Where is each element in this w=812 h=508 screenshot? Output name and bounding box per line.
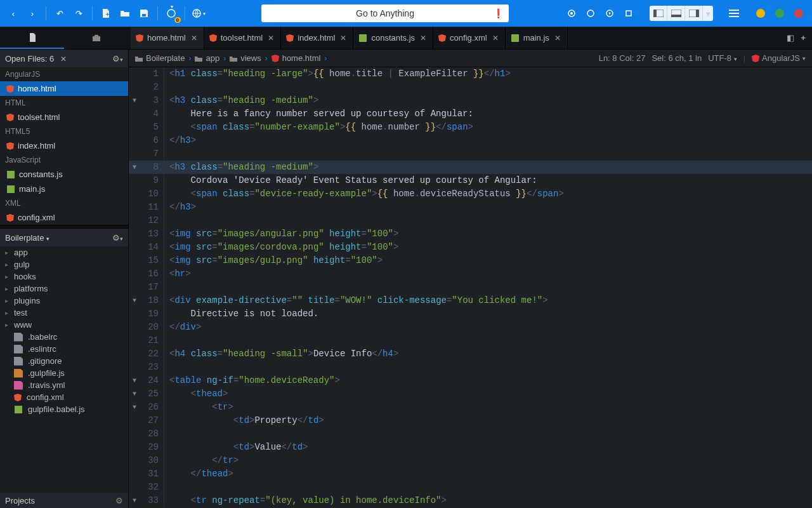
layout-bottom-button[interactable] bbox=[667, 6, 685, 21]
code-content[interactable]: </div> bbox=[164, 321, 201, 334]
open-file-item[interactable]: home.html bbox=[0, 81, 128, 96]
code-content[interactable] bbox=[164, 214, 174, 227]
code-content[interactable] bbox=[164, 334, 174, 347]
open-file-button[interactable] bbox=[117, 5, 133, 22]
breadcrumb-file[interactable]: home.html bbox=[272, 53, 321, 63]
tree-folder[interactable]: ▸www bbox=[0, 319, 128, 331]
nav-forward-button[interactable]: › bbox=[24, 5, 41, 22]
tab-close-button[interactable]: ✕ bbox=[266, 34, 275, 43]
editor-tab[interactable]: toolset.html✕ bbox=[204, 27, 281, 49]
open-files-settings-button[interactable]: ⚙▾ bbox=[112, 54, 123, 64]
open-file-item[interactable]: toolset.html bbox=[0, 110, 128, 124]
code-line[interactable]: ▼26 <tr> bbox=[129, 401, 812, 414]
code-content[interactable]: <img src="images/gulp.png" height="100"> bbox=[164, 254, 383, 267]
code-line[interactable]: 21 bbox=[129, 334, 812, 347]
open-files-close-button[interactable]: ✕ bbox=[60, 55, 67, 64]
code-content[interactable] bbox=[164, 281, 174, 294]
code-content[interactable]: </h3> bbox=[164, 201, 196, 214]
gutter[interactable]: 9 bbox=[129, 174, 164, 187]
tree-file[interactable]: .eslintrc bbox=[0, 343, 128, 355]
code-line[interactable]: 14<img src="images/cordova.png" height="… bbox=[129, 241, 812, 254]
code-content[interactable]: <img src="images/cordova.png" height="10… bbox=[164, 241, 398, 254]
code-content[interactable]: </h3> bbox=[164, 134, 196, 147]
sidebar-tab-toolbox[interactable] bbox=[64, 27, 128, 49]
code-line[interactable]: 4 Here is a fancy number served up court… bbox=[129, 107, 812, 121]
open-file-item[interactable]: main.js bbox=[0, 182, 128, 196]
gutter[interactable]: 30 bbox=[129, 454, 164, 467]
gutter[interactable]: 28 bbox=[129, 427, 164, 441]
gutter[interactable]: 1 bbox=[129, 67, 164, 81]
code-line[interactable]: 19 Directive is not loaded. bbox=[129, 307, 812, 321]
redo-button[interactable]: ↷ bbox=[70, 5, 87, 22]
code-line[interactable]: 11</h3> bbox=[129, 201, 812, 214]
projects-footer[interactable]: Projects ⚙ bbox=[0, 493, 128, 508]
nav-back-button[interactable]: ‹ bbox=[5, 5, 22, 22]
code-line[interactable]: 7 bbox=[129, 147, 812, 161]
code-line[interactable]: 16<hr> bbox=[129, 267, 812, 281]
code-content[interactable]: <td>Property</td> bbox=[164, 414, 324, 427]
stop-button[interactable] bbox=[582, 5, 599, 22]
code-content[interactable] bbox=[164, 81, 174, 94]
gutter[interactable]: 27 bbox=[129, 414, 164, 427]
code-content[interactable]: <tr ng-repeat="(key, value) in home.devi… bbox=[164, 494, 447, 507]
tree-file[interactable]: config.xml bbox=[0, 391, 128, 403]
code-content[interactable]: <td>Value</td> bbox=[164, 441, 308, 454]
code-content[interactable] bbox=[164, 427, 174, 441]
gutter[interactable]: 2 bbox=[129, 81, 164, 94]
code-content[interactable]: <h3 class="heading -medium"> bbox=[164, 94, 318, 107]
code-line[interactable]: ▼25 <thead> bbox=[129, 387, 812, 401]
tree-folder[interactable]: ▸test bbox=[0, 307, 128, 319]
gutter[interactable]: 10 bbox=[129, 187, 164, 201]
gutter[interactable]: ▼26 bbox=[129, 401, 164, 414]
code-line[interactable]: ▼3<h3 class="heading -medium"> bbox=[129, 94, 812, 107]
code-line[interactable]: 9 Cordova 'Device Ready' Event Status se… bbox=[129, 174, 812, 187]
gutter[interactable]: 31 bbox=[129, 467, 164, 481]
tree-folder[interactable]: ▸app bbox=[0, 246, 128, 258]
code-content[interactable]: <h4 class="heading -small">Device Info</… bbox=[164, 347, 398, 361]
code-line[interactable]: 5 <span class="number-example">{{ home.n… bbox=[129, 121, 812, 134]
tab-close-button[interactable]: ✕ bbox=[339, 34, 348, 43]
gutter[interactable]: 21 bbox=[129, 334, 164, 347]
gutter[interactable]: 19 bbox=[129, 307, 164, 321]
code-line[interactable]: 10 <span class="device-ready-example">{{… bbox=[129, 187, 812, 201]
code-line[interactable]: ▼24<table ng-if="home.deviceReady"> bbox=[129, 374, 812, 387]
code-line[interactable]: 15<img src="images/gulp.png" height="100… bbox=[129, 254, 812, 267]
open-file-item[interactable]: config.xml bbox=[0, 210, 128, 225]
fold-toggle[interactable]: ▼ bbox=[133, 494, 136, 507]
editor-tab[interactable]: main.js✕ bbox=[506, 27, 568, 49]
code-line[interactable]: 22<h4 class="heading -small">Device Info… bbox=[129, 347, 812, 361]
code-line[interactable]: 32 bbox=[129, 481, 812, 494]
code-line[interactable]: ▼33 <tr ng-repeat="(key, value) in home.… bbox=[129, 494, 812, 507]
fold-toggle[interactable]: ▼ bbox=[133, 374, 136, 387]
project-settings-button[interactable]: ⚙▾ bbox=[112, 233, 123, 243]
gutter[interactable]: 17 bbox=[129, 281, 164, 294]
layout-right-button[interactable] bbox=[685, 6, 703, 21]
tab-close-button[interactable]: ✕ bbox=[553, 34, 562, 43]
maximize-button[interactable] bbox=[771, 5, 788, 22]
code-content[interactable]: Here is a fancy number served up courtes… bbox=[164, 107, 473, 121]
code-content[interactable]: <tr> bbox=[164, 401, 233, 414]
code-line[interactable]: 2 bbox=[129, 81, 812, 94]
code-line[interactable]: 23 bbox=[129, 361, 812, 374]
sync-button[interactable]: 0 ▾ bbox=[163, 5, 180, 22]
new-tab-button[interactable]: + bbox=[801, 33, 806, 43]
gutter[interactable]: 22 bbox=[129, 347, 164, 361]
list-button[interactable] bbox=[620, 5, 637, 22]
code-content[interactable]: </tr> bbox=[164, 454, 239, 467]
code-line[interactable]: 31 </thead> bbox=[129, 467, 812, 481]
code-content[interactable]: <h1 class="heading -large">{{ home.title… bbox=[164, 67, 511, 81]
code-content[interactable] bbox=[164, 147, 174, 161]
code-content[interactable]: <table ng-if="home.deviceReady"> bbox=[164, 374, 340, 387]
tree-file[interactable]: .gulpfile.js bbox=[0, 367, 128, 379]
editor-tab[interactable]: index.html✕ bbox=[281, 27, 353, 49]
sidebar-tab-files[interactable] bbox=[0, 27, 64, 49]
gutter[interactable]: 13 bbox=[129, 227, 164, 241]
tree-folder[interactable]: ▸gulp bbox=[0, 258, 128, 271]
breadcrumb-root[interactable]: Boilerplate bbox=[135, 53, 185, 63]
code-content[interactable]: <hr> bbox=[164, 267, 191, 281]
gutter[interactable]: 16 bbox=[129, 267, 164, 281]
play-button[interactable] bbox=[601, 5, 618, 22]
gutter[interactable]: ▼18 bbox=[129, 294, 164, 307]
gutter[interactable]: 5 bbox=[129, 121, 164, 134]
new-file-button[interactable] bbox=[98, 5, 114, 22]
